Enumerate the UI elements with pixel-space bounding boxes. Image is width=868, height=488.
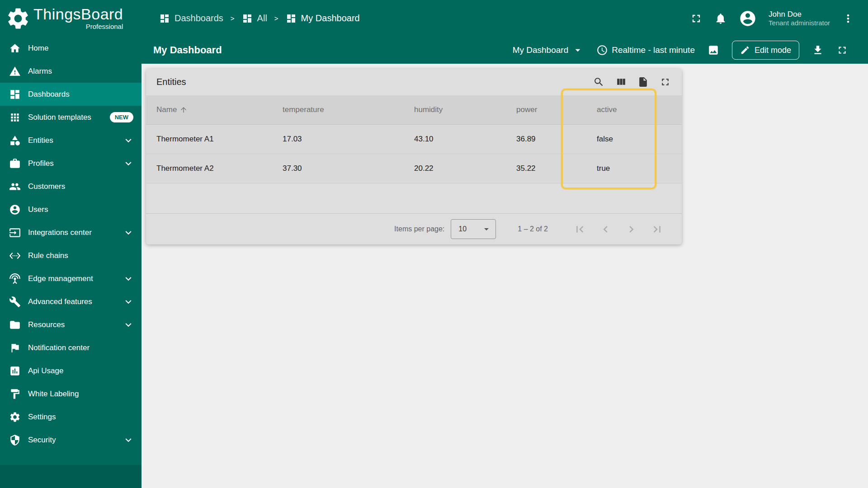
sidebar-item-label: Settings	[28, 413, 134, 422]
fullscreen-icon[interactable]	[690, 12, 703, 25]
cell-humidity: 43.10	[404, 125, 506, 154]
toolbar-actions: My Dashboard Realtime - last minute Edit…	[513, 41, 848, 60]
brand-name: ThingsBoard	[33, 6, 123, 23]
sidebar-item-integrations-center[interactable]: Integrations center	[0, 221, 142, 244]
breadcrumb-item-dashboards[interactable]: Dashboards	[159, 13, 223, 24]
page-title: My Dashboard	[153, 44, 222, 56]
user-name: John Doe	[769, 9, 830, 19]
edit-mode-button[interactable]: Edit mode	[732, 41, 799, 60]
integrations-icon	[9, 227, 21, 239]
brand-text: ThingsBoard Professional	[33, 6, 123, 31]
next-page-icon[interactable]	[625, 223, 638, 236]
pagination-controls	[573, 223, 664, 236]
sidebar-item-label: Entities	[28, 136, 115, 145]
image-gallery-icon[interactable]	[708, 44, 719, 56]
export-file-icon[interactable]	[637, 76, 649, 88]
sidebar-item-label: Api Usage	[28, 366, 134, 375]
column-label: Name	[156, 105, 177, 114]
cell-humidity: 20.22	[404, 154, 506, 183]
user-icon	[9, 204, 21, 216]
thingsboard-logo: ThingsBoard Professional	[0, 0, 142, 37]
column-header-name[interactable]: Name	[146, 95, 272, 124]
dashboard-selector[interactable]: My Dashboard	[513, 44, 584, 56]
column-label: power	[516, 105, 537, 114]
sidebar-item-users[interactable]: Users	[0, 198, 142, 221]
folder-icon	[9, 319, 21, 331]
entities-widget: Entities Name temperature humidity	[146, 69, 682, 244]
column-header-active[interactable]: active	[586, 95, 682, 124]
items-per-page-label: Items per page:	[394, 225, 444, 233]
sidebar-item-rule-chains[interactable]: Rule chains	[0, 244, 142, 267]
dropdown-arrow-icon	[481, 224, 492, 235]
sidebar-item-label: Profiles	[28, 159, 115, 168]
column-header-temperature[interactable]: temperature	[272, 95, 404, 124]
search-icon[interactable]	[593, 76, 604, 88]
column-label: active	[597, 105, 617, 114]
sidebar-item-advanced-features[interactable]: Advanced features	[0, 290, 142, 313]
download-icon[interactable]	[812, 44, 824, 56]
notifications-bell-icon[interactable]	[714, 12, 727, 25]
sidebar-item-resources[interactable]: Resources	[0, 313, 142, 336]
new-badge: NEW	[110, 112, 133, 122]
sidebar-item-label: Edge management	[28, 274, 115, 283]
sidebar-item-solution-templates[interactable]: Solution templates NEW	[0, 106, 142, 129]
widget-actions	[593, 76, 671, 88]
timewindow-button[interactable]: Realtime - last minute	[596, 44, 695, 56]
breadcrumb-item-my-dashboard[interactable]: My Dashboard	[286, 13, 360, 24]
sidebar-item-customers[interactable]: Customers	[0, 175, 142, 198]
sidebar-item-profiles[interactable]: Profiles	[0, 152, 142, 175]
breadcrumb-label: All	[257, 13, 267, 23]
sidebar-item-entities[interactable]: Entities	[0, 129, 142, 152]
sidebar-item-label: White Labeling	[28, 389, 134, 399]
sidebar-item-notification-center[interactable]: Notification center	[0, 336, 142, 359]
cell-name: Thermometer A2	[146, 154, 272, 183]
breadcrumb-label: My Dashboard	[301, 13, 360, 23]
sidebar-item-label: Rule chains	[28, 251, 134, 260]
thingsboard-logo-icon	[5, 6, 31, 31]
cell-temperature: 17.03	[272, 125, 404, 154]
first-page-icon[interactable]	[573, 223, 586, 236]
column-header-power[interactable]: power	[506, 95, 586, 124]
cell-temperature: 37.30	[272, 154, 404, 183]
sidebar-item-label: Solution templates	[28, 113, 103, 122]
breadcrumb-label: Dashboards	[175, 13, 223, 23]
clock-icon	[596, 44, 608, 56]
user-role: Tenant administrator	[769, 19, 830, 28]
previous-page-icon[interactable]	[599, 223, 612, 236]
last-page-icon[interactable]	[651, 223, 664, 236]
header-actions: John Doe Tenant administrator	[690, 9, 854, 28]
shield-icon	[9, 434, 21, 446]
sidebar-item-home[interactable]: Home	[0, 37, 142, 60]
dashboard-fullscreen-icon[interactable]	[836, 44, 848, 56]
dashboard-content: Entities Name temperature humidity	[142, 64, 868, 488]
table-row[interactable]: Thermometer A2 37.30 20.22 35.22 true	[146, 154, 682, 183]
sidebar-item-label: Security	[28, 436, 115, 445]
cell-name: Thermometer A1	[146, 125, 272, 154]
widget-fullscreen-icon[interactable]	[660, 76, 671, 88]
sidebar-item-settings[interactable]: Settings	[0, 405, 142, 428]
chevron-down-icon	[123, 296, 134, 308]
columns-icon[interactable]	[615, 76, 627, 88]
dashboards-icon	[159, 13, 170, 24]
sidebar-item-alarms[interactable]: Alarms	[0, 60, 142, 83]
page-size-select[interactable]: 10	[451, 219, 496, 239]
sidebar-item-dashboards[interactable]: Dashboards	[0, 83, 142, 106]
sidebar-item-edge-management[interactable]: Edge management	[0, 267, 142, 290]
breadcrumb-item-all[interactable]: All	[242, 13, 267, 24]
avatar[interactable]	[739, 9, 757, 28]
sidebar-footer	[0, 465, 142, 488]
column-header-humidity[interactable]: humidity	[404, 95, 506, 124]
table-row[interactable]: Thermometer A1 17.03 43.10 36.89 false	[146, 125, 682, 154]
sidebar-item-white-labeling[interactable]: White Labeling	[0, 382, 142, 405]
sidebar-item-api-usage[interactable]: Api Usage	[0, 359, 142, 382]
warning-icon	[9, 66, 21, 77]
sidebar-item-security[interactable]: Security	[0, 428, 142, 451]
widget-title: Entities	[156, 77, 186, 87]
brand-edition: Professional	[86, 23, 123, 30]
more-menu-icon[interactable]	[842, 12, 854, 25]
cell-active: false	[586, 125, 682, 154]
cell-power: 36.89	[506, 125, 586, 154]
chevron-down-icon	[123, 227, 134, 239]
timewindow-label: Realtime - last minute	[612, 45, 695, 55]
chevron-down-icon	[123, 273, 134, 285]
